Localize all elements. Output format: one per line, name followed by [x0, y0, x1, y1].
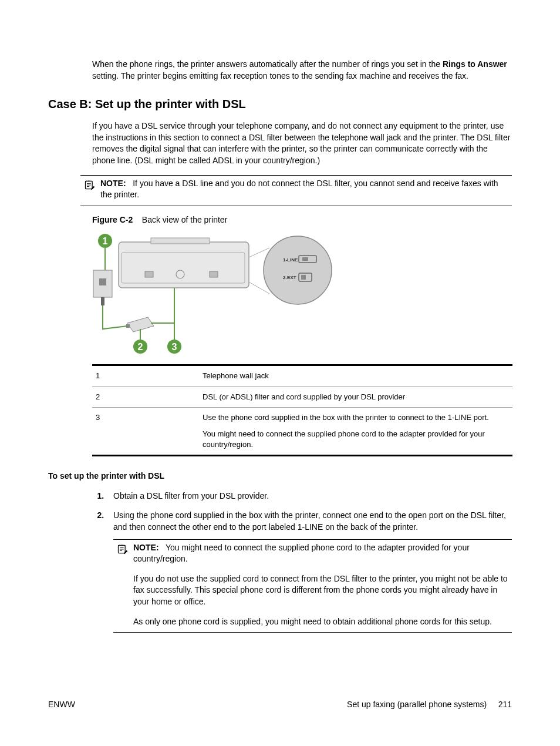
note-box-1: NOTE: If you have a DSL line and you do … — [80, 175, 512, 206]
callout-num: 1 — [92, 365, 199, 387]
figure-label: Figure C-2 — [92, 215, 133, 224]
figure-caption: Figure C-2 Back view of the printer — [92, 214, 512, 226]
section-heading: Case B: Set up the printer with DSL — [48, 96, 512, 112]
callout-num: 2 — [92, 387, 199, 407]
figure-caption-text: Back view of the printer — [142, 215, 228, 224]
intro-bold: Rings to Answer — [443, 59, 507, 69]
step-1: Obtain a DSL filter from your DSL provid… — [106, 490, 512, 502]
intro-part2: setting. The printer begins emitting fax… — [92, 71, 468, 80]
svg-text:2-EXT: 2-EXT — [283, 275, 296, 280]
callout-table: 1 Telephone wall jack 2 DSL (or ADSL) fi… — [92, 364, 512, 456]
svg-text:2: 2 — [138, 342, 143, 352]
note-label: NOTE: — [100, 179, 126, 188]
nested-para-1: If you do not use the supplied cord to c… — [133, 573, 508, 608]
svg-rect-12 — [210, 271, 218, 277]
note-text: You might need to connect the supplied p… — [133, 543, 470, 564]
svg-text:1-LINE: 1-LINE — [283, 257, 298, 263]
intro-part1: When the phone rings, the printer answer… — [92, 59, 443, 69]
page-number: 211 — [498, 700, 512, 709]
callout-num: 3 — [92, 407, 199, 456]
footer-left: ENWW — [48, 699, 75, 711]
svg-rect-2 — [99, 278, 106, 285]
svg-rect-10 — [145, 271, 153, 277]
note-content: NOTE: If you have a DSL line and you do … — [100, 178, 508, 201]
callout-desc: Telephone wall jack — [199, 365, 512, 387]
page-footer: ENWW Set up faxing (parallel phone syste… — [48, 699, 512, 711]
svg-rect-3 — [101, 297, 104, 305]
svg-rect-7 — [119, 242, 249, 288]
table-row: 3 Use the phone cord supplied in the box… — [92, 407, 512, 456]
svg-rect-9 — [151, 238, 210, 244]
nested-note-box: NOTE: You might need to connect the supp… — [113, 539, 512, 633]
svg-rect-18 — [302, 257, 308, 261]
step-2: Using the phone cord supplied in the box… — [106, 510, 512, 633]
note-icon — [117, 543, 129, 555]
svg-text:3: 3 — [172, 342, 177, 352]
note-text: If you have a DSL line and you do not co… — [100, 179, 498, 200]
footer-right: Set up faxing (parallel phone systems) 2… — [347, 699, 512, 711]
nested-note-content: NOTE: You might need to connect the supp… — [133, 542, 508, 628]
figure-image: 1 1-LINE 2-EXT — [92, 229, 333, 358]
svg-rect-21 — [301, 275, 306, 280]
note-icon — [84, 179, 96, 191]
intro-paragraph: When the phone rings, the printer answer… — [92, 59, 512, 82]
svg-text:1: 1 — [103, 236, 108, 246]
table-row: 1 Telephone wall jack — [92, 365, 512, 387]
steps-list: Obtain a DSL filter from your DSL provid… — [92, 490, 512, 633]
sub-heading: To set up the printer with DSL — [48, 471, 512, 482]
note-label: NOTE: — [133, 543, 159, 552]
table-row: 2 DSL (or ADSL) filter and cord supplied… — [92, 387, 512, 407]
callout-desc: DSL (or ADSL) filter and cord supplied b… — [199, 387, 512, 407]
svg-point-15 — [264, 236, 332, 304]
body-paragraph-1: If you have a DSL service through your t… — [92, 120, 512, 166]
figure-block: Figure C-2 Back view of the printer 1 — [92, 214, 512, 359]
callout-desc: Use the phone cord supplied in the box w… — [199, 407, 512, 456]
nested-para-2: As only one phone cord is supplied, you … — [133, 616, 508, 628]
